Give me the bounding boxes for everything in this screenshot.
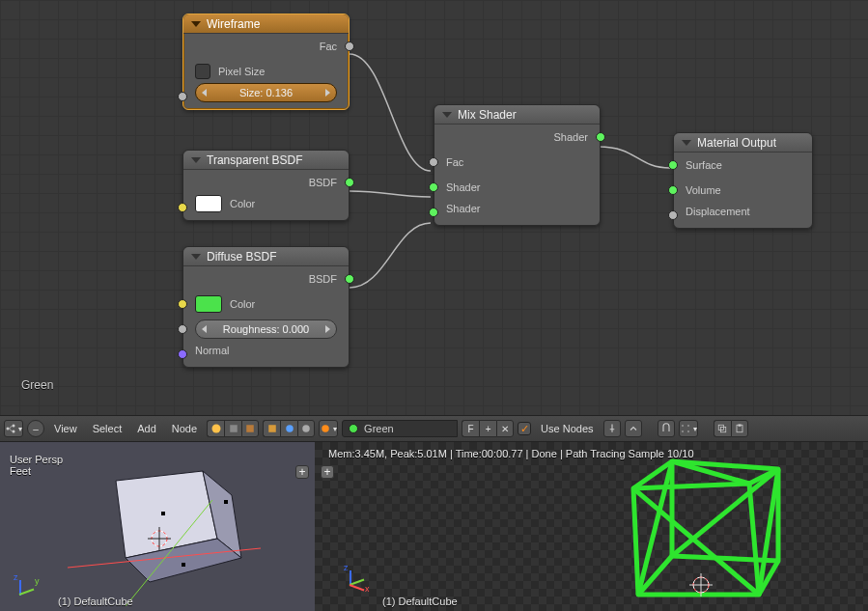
expand-panel-button[interactable]: + <box>295 465 309 479</box>
svg-rect-23 <box>182 563 185 567</box>
roughness-field[interactable]: Roughness: 0.000 <box>195 319 337 339</box>
expand-panel-button[interactable]: + <box>321 465 334 479</box>
new-material-button[interactable]: + <box>479 420 496 437</box>
size-value: Size: 0.136 <box>239 87 293 98</box>
normal-label: Normal <box>195 345 229 356</box>
paste-nodes-button[interactable] <box>731 420 748 437</box>
editor-type-button[interactable]: ▾ <box>4 420 23 437</box>
fac-label: Fac <box>446 156 463 168</box>
shader2-input-socket[interactable] <box>429 208 438 217</box>
svg-point-10 <box>682 425 684 427</box>
snap-button[interactable] <box>658 420 675 437</box>
node-editor[interactable]: Wireframe Fac Pixel Size Size: 0.136 Tra… <box>0 0 868 415</box>
color-swatch[interactable] <box>195 295 222 313</box>
color-swatch[interactable] <box>195 195 222 212</box>
menu-view[interactable]: View <box>48 423 83 434</box>
pin-button[interactable] <box>603 420 621 437</box>
color-input-socket[interactable] <box>178 203 187 212</box>
texture-tree-button[interactable] <box>241 420 259 437</box>
node-header[interactable]: Diffuse BSDF <box>183 247 349 266</box>
lamp-shader-button[interactable] <box>297 420 315 437</box>
menu-node[interactable]: Node <box>166 423 203 434</box>
snap-type-button[interactable]: ▾ <box>679 420 698 437</box>
menu-add[interactable]: Add <box>131 423 162 434</box>
svg-point-3 <box>211 425 220 433</box>
fake-user-button[interactable]: F <box>462 420 479 437</box>
node-mix-shader[interactable]: Mix Shader Shader Fac Shader Shader <box>434 104 601 226</box>
viewport-right[interactable]: Mem:3.45M, Peak:5.01M | Time:00:00.77 | … <box>315 442 868 611</box>
shader-tree-button[interactable] <box>207 420 224 437</box>
collapse-icon[interactable] <box>191 21 201 27</box>
use-nodes-checkbox[interactable] <box>518 422 531 435</box>
size-input-socket[interactable] <box>178 92 187 101</box>
decrement-icon[interactable] <box>202 325 207 333</box>
shader-output-socket[interactable] <box>596 132 605 142</box>
use-nodes-label: Use Nodes <box>535 423 599 434</box>
fac-output-socket[interactable] <box>345 42 354 51</box>
shader-type-buttons <box>263 420 315 437</box>
tree-type-buttons <box>207 420 259 437</box>
unlink-material-button[interactable]: ✕ <box>496 420 514 437</box>
copy-nodes-button[interactable] <box>714 420 731 437</box>
node-header[interactable]: Wireframe <box>183 14 349 34</box>
node-header[interactable]: Mix Shader <box>434 105 600 125</box>
go-parent-button[interactable] <box>625 420 642 437</box>
surface-input-socket[interactable] <box>668 160 678 170</box>
svg-point-1 <box>13 425 15 428</box>
volume-input-socket[interactable] <box>668 185 678 195</box>
increment-icon[interactable] <box>325 325 330 333</box>
pixel-size-label: Pixel Size <box>218 66 265 77</box>
collapse-icon[interactable] <box>191 157 201 163</box>
fac-output-label: Fac <box>320 41 337 52</box>
object-name-overlay: (1) DefaultCube <box>382 596 458 607</box>
solid-cube <box>68 442 261 606</box>
material-browse-button[interactable]: ▾ <box>319 420 338 437</box>
shader2-label: Shader <box>446 203 480 214</box>
copy-paste-buttons <box>714 420 748 437</box>
material-name-text: Green <box>364 423 394 434</box>
menu-select[interactable]: Select <box>87 423 128 434</box>
decrement-icon[interactable] <box>202 89 207 97</box>
bsdf-output-socket[interactable] <box>345 274 354 284</box>
compositor-tree-button[interactable] <box>224 420 241 437</box>
svg-point-8 <box>302 425 310 432</box>
wireframe-cube-render <box>604 450 817 609</box>
roughness-value: Roughness: 0.000 <box>223 323 309 335</box>
normal-input-socket[interactable] <box>178 349 187 359</box>
node-wireframe[interactable]: Wireframe Fac Pixel Size Size: 0.136 <box>182 14 350 110</box>
object-shader-button[interactable] <box>263 420 280 437</box>
color-input-socket[interactable] <box>178 299 187 309</box>
bsdf-output-label: BSDF <box>309 273 337 285</box>
svg-rect-5 <box>246 425 254 432</box>
world-shader-button[interactable] <box>280 420 297 437</box>
size-field[interactable]: Size: 0.136 <box>195 83 337 102</box>
collapse-icon[interactable] <box>191 254 201 260</box>
node-diffuse-bsdf[interactable]: Diffuse BSDF BSDF Color Roughness: 0.000… <box>182 246 350 368</box>
svg-line-38 <box>672 469 778 556</box>
svg-point-11 <box>687 425 689 427</box>
collapse-menus-button[interactable]: – <box>27 420 44 437</box>
node-transparent-bsdf[interactable]: Transparent BSDF BSDF Color <box>182 150 350 221</box>
collapse-icon[interactable] <box>442 112 452 118</box>
node-editor-header[interactable]: ▾ – View Select Add Node ▾ Green F + ✕ U… <box>0 415 868 442</box>
collapse-icon[interactable] <box>682 140 691 146</box>
svg-rect-22 <box>224 500 228 504</box>
bsdf-output-socket[interactable] <box>345 178 354 187</box>
node-header[interactable]: Transparent BSDF <box>183 151 349 170</box>
displacement-input-socket[interactable] <box>668 210 678 220</box>
increment-icon[interactable] <box>325 89 330 97</box>
svg-point-7 <box>286 425 294 432</box>
roughness-input-socket[interactable] <box>178 324 187 334</box>
displacement-label: Displacement <box>686 206 750 217</box>
node-header[interactable]: Material Output <box>674 133 812 153</box>
color-label: Color <box>230 198 255 209</box>
fac-input-socket[interactable] <box>429 157 438 167</box>
view-persp-label: User Persp <box>10 454 63 465</box>
node-material-output[interactable]: Material Output Surface Volume Displacem… <box>673 132 813 229</box>
material-name-overlay: Green <box>21 378 53 392</box>
shader1-input-socket[interactable] <box>429 182 438 192</box>
material-name-field[interactable]: Green <box>342 420 458 437</box>
viewport-left[interactable]: User Persp Feet + zy (1) DefaultCube <box>0 442 315 611</box>
pixel-size-checkbox[interactable] <box>195 64 210 79</box>
svg-rect-17 <box>738 425 741 427</box>
